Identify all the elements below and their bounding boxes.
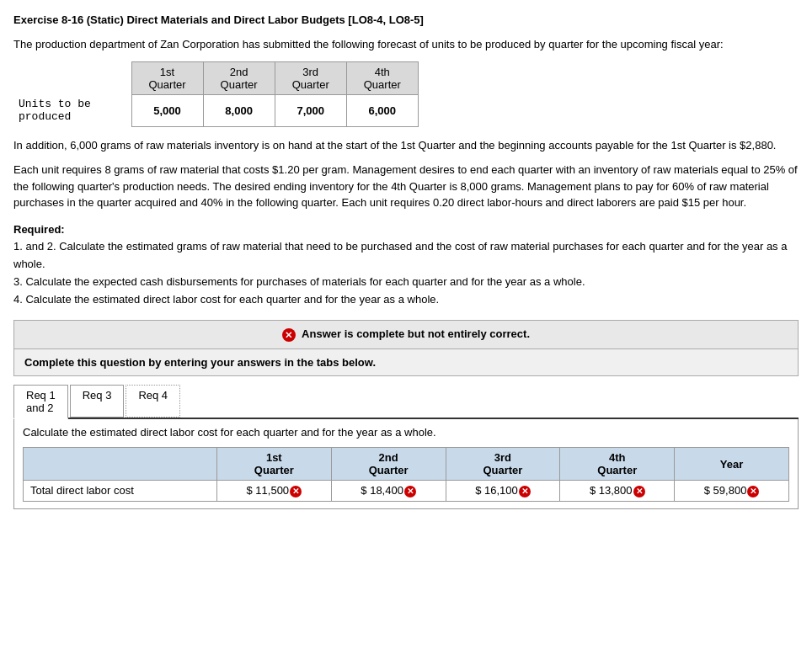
error-icon-q1: ✕ xyxy=(290,486,302,497)
col-header-q2: 2ndQuarter xyxy=(203,61,275,94)
required-item-2: 3. Calculate the expected cash disbursem… xyxy=(13,275,585,288)
result-q3: $ 16,100✕ xyxy=(446,481,560,502)
error-icon-q2: ✕ xyxy=(404,486,416,497)
units-row-label: Units to beproduced xyxy=(13,94,131,126)
exercise-title: Exercise 8-16 (Static) Direct Materials … xyxy=(13,13,799,26)
result-q1: $ 11,500✕ xyxy=(216,481,331,502)
result-col-label xyxy=(24,448,217,481)
complete-instruction-text: Complete this question by entering your … xyxy=(24,356,376,369)
units-q1: 5,000 xyxy=(131,94,203,126)
required-item-3: 4. Calculate the estimated direct labor … xyxy=(13,293,439,306)
intro-text: The production department of Zan Corpora… xyxy=(13,36,799,53)
answer-status-box: ✕ Answer is complete but not entirely co… xyxy=(13,320,799,349)
tab-content-area: Calculate the estimated direct labor cos… xyxy=(13,419,799,509)
col-header-q4: 4thQuarter xyxy=(346,61,418,94)
col-header-q1: 1stQuarter xyxy=(131,61,203,94)
error-icon-q3: ✕ xyxy=(519,486,531,497)
units-q4: 6,000 xyxy=(346,94,418,126)
result-col-q2: 2ndQuarter xyxy=(331,448,446,481)
required-label: Required: xyxy=(13,223,65,236)
result-table: 1stQuarter 2ndQuarter 3rdQuarter 4thQuar… xyxy=(23,447,789,502)
result-col-q4: 4thQuarter xyxy=(560,448,675,481)
tab-req4[interactable]: Req 4 xyxy=(126,385,180,418)
col-header-q3: 3rdQuarter xyxy=(275,61,346,94)
result-q4: $ 13,800✕ xyxy=(560,481,675,502)
tab-instruction: Calculate the estimated direct labor cos… xyxy=(23,426,789,439)
result-year: $ 59,800✕ xyxy=(675,481,789,502)
required-item-1: 1. and 2. Calculate the estimated grams … xyxy=(13,240,787,270)
answer-status-icon: ✕ xyxy=(282,328,296,342)
tabs-container: Req 1and 2 Req 3 Req 4 xyxy=(13,385,799,419)
tab-req1-2[interactable]: Req 1and 2 xyxy=(13,385,68,419)
result-col-q3: 3rdQuarter xyxy=(446,448,560,481)
error-icon-q4: ✕ xyxy=(633,486,645,497)
result-col-q1: 1stQuarter xyxy=(216,448,331,481)
table-row: Total direct labor cost $ 11,500✕ $ 18,4… xyxy=(24,481,789,502)
units-table: 1stQuarter 2ndQuarter 3rdQuarter 4thQuar… xyxy=(13,61,419,127)
description-text: Each unit requires 8 grams of raw materi… xyxy=(13,162,799,211)
additional-text: In addition, 6,000 grams of raw material… xyxy=(13,137,799,154)
result-col-year: Year xyxy=(675,448,789,481)
error-icon-year: ✕ xyxy=(747,486,759,497)
units-q3: 7,000 xyxy=(275,94,346,126)
result-row-label: Total direct labor cost xyxy=(24,481,217,502)
result-q2: $ 18,400✕ xyxy=(331,481,446,502)
required-section: Required: 1. and 2. Calculate the estima… xyxy=(13,221,799,309)
answer-status-text: Answer is complete but not entirely corr… xyxy=(302,327,530,340)
complete-instruction-box: Complete this question by entering your … xyxy=(13,349,799,376)
tab-req3[interactable]: Req 3 xyxy=(70,385,125,418)
units-q2: 8,000 xyxy=(203,94,275,126)
